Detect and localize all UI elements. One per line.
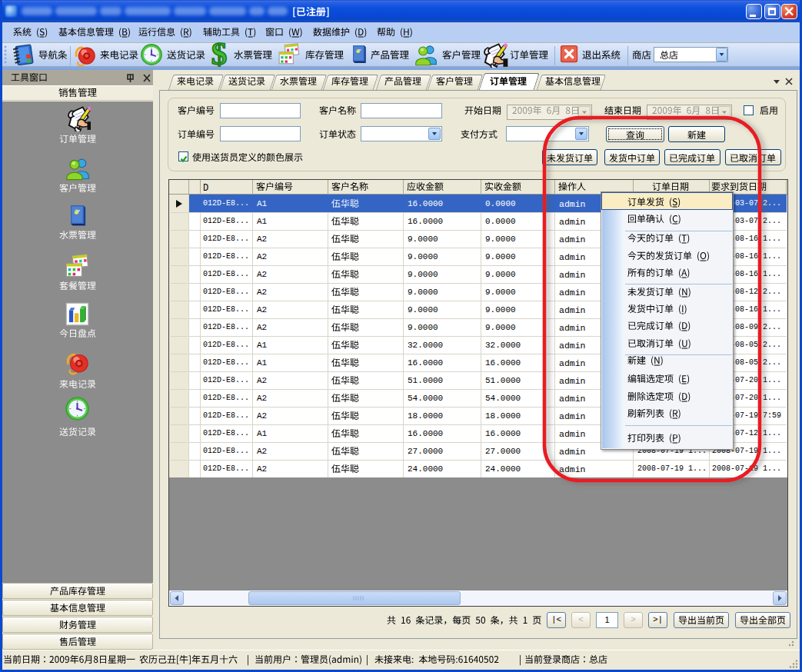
svg-text:$: $: [211, 42, 228, 67]
